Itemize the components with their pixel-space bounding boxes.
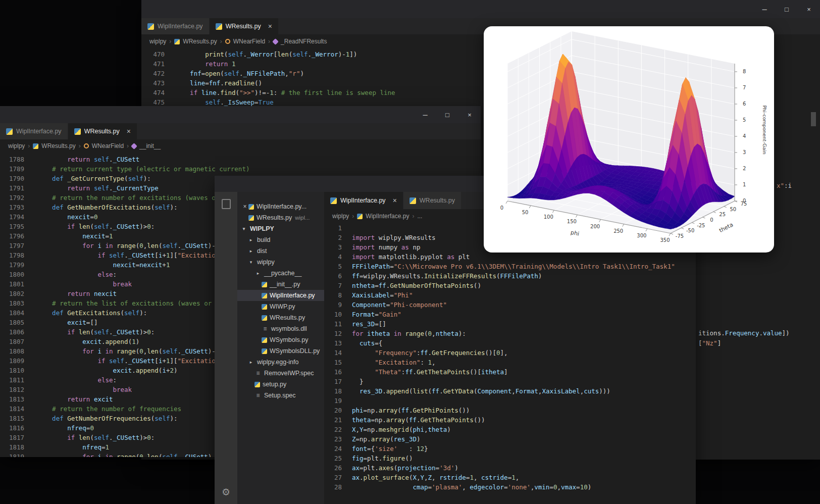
minimize-button[interactable]: ─: [753, 0, 776, 18]
close-icon[interactable]: ×: [127, 127, 131, 135]
close-button[interactable]: ×: [458, 106, 481, 123]
tree-item-label: WiplInterface.py: [270, 292, 315, 299]
svg-text:350: 350: [660, 237, 670, 243]
symbol-class-icon: [84, 143, 89, 148]
python-file-icon: [262, 315, 267, 321]
code-area[interactable]: 12import wiplpy.WResults3import numpy as…: [324, 223, 696, 492]
python-file-icon: [262, 337, 267, 343]
code-editor[interactable]: 12import wiplpy.WResults3import numpy as…: [324, 223, 696, 504]
breadcrumb-item[interactable]: wiplpy: [149, 38, 166, 45]
tree-item-wsymbols-dll[interactable]: ≡wsymbols.dll: [237, 323, 324, 334]
tree-item-wresults-py[interactable]: WResults.py: [237, 312, 324, 323]
python-file-icon: [6, 128, 13, 135]
tree-item-label: dist: [257, 247, 267, 255]
close-icon[interactable]: ×: [393, 196, 397, 205]
tab-wresults[interactable]: WResults.py ×: [68, 123, 137, 139]
tree-item-label: wiplpy: [257, 259, 275, 266]
breadcrumb-item[interactable]: WNearField: [233, 38, 265, 45]
open-editor-label: WResults.py: [257, 214, 292, 221]
tab-label: WiplInterface.py: [340, 197, 386, 204]
tab-wiplinterface[interactable]: WiplInterface.py: [0, 123, 68, 139]
tree-item-wiplinterface-py[interactable]: WiplInterface.py: [237, 290, 324, 301]
tab-wiplinterface[interactable]: WiplInterface.py ×: [324, 192, 403, 209]
open-editor-item[interactable]: ×WiplInterface.py...: [237, 201, 324, 212]
tree-item-wsymbols-py[interactable]: WSymbols.py: [237, 334, 324, 345]
breadcrumb-item[interactable]: WResults.py: [183, 38, 217, 45]
python-file-icon: [254, 382, 260, 387]
tree-item--pycache-[interactable]: ▸__pycache__: [237, 268, 324, 279]
tab-bar: WiplInterface.py WResults.py ×: [0, 123, 481, 139]
code-line: 10Format="Gain": [324, 310, 696, 319]
tree-item-label: WSymbols.py: [270, 336, 308, 343]
code-fragment: ["Nz"]: [698, 338, 721, 348]
file-tree: ▾WIPLPY▸build▸dist▾wiplpy▸__pycache____i…: [237, 223, 324, 401]
open-editor-item[interactable]: WResults.pywipl...: [237, 212, 324, 223]
matplotlib-plot-window[interactable]: 050100150200250300350-75-50-250255075012…: [484, 26, 774, 253]
svg-text:phi: phi: [570, 229, 580, 237]
python-file-icon: [74, 128, 81, 135]
tree-item-wiplpy[interactable]: ▾WIPLPY: [237, 223, 324, 234]
tab-label: WResults.py: [226, 23, 261, 30]
tree-item--init-py[interactable]: __init__.py: [237, 279, 324, 290]
svg-text:4: 4: [743, 133, 746, 139]
tree-item-setup-py[interactable]: setup.py: [237, 379, 324, 390]
close-icon[interactable]: ×: [268, 22, 272, 30]
chevron-down-icon: ▾: [240, 226, 247, 231]
breadcrumb-item[interactable]: WiplInterface.py: [366, 213, 409, 220]
tree-item-wiplpy-egg-info[interactable]: ▸wiplpy.egg-info: [237, 357, 324, 368]
svg-text:50: 50: [730, 207, 736, 212]
title-bar[interactable]: ─ □ ×: [0, 106, 481, 123]
code-line: 12for itheta in range(0,ntheta):: [324, 329, 696, 338]
code-line: 5FFFilePath="C:\\Microwave Pro v6.1\\3DE…: [324, 262, 696, 271]
breadcrumb-item[interactable]: ...: [417, 213, 422, 220]
svg-text:150: 150: [567, 219, 577, 224]
breadcrumb-item[interactable]: wiplpy: [8, 142, 25, 149]
tree-item-label: setup.py: [263, 381, 286, 388]
python-file-icon: [330, 197, 337, 204]
breadcrumb-item[interactable]: WResults.py: [41, 142, 75, 149]
svg-text:0: 0: [743, 198, 746, 204]
tab-wiplinterface[interactable]: WiplInterface.py: [141, 18, 210, 34]
tree-item-label: wsymbols.dll: [271, 325, 307, 332]
tree-item-setup-spec[interactable]: ≡Setup.spec: [237, 390, 324, 401]
tree-item-wsymbolsdll-py[interactable]: WSymbolsDLL.py: [237, 345, 324, 357]
close-button[interactable]: ×: [798, 0, 820, 18]
tree-item-label: build: [257, 236, 270, 243]
tab-wresults[interactable]: WResults.py ×: [210, 18, 279, 34]
minimize-button[interactable]: ─: [414, 106, 436, 123]
svg-text:250: 250: [613, 228, 623, 234]
tree-item-label: WSymbolsDLL.py: [270, 347, 320, 355]
file-icon: ≡: [254, 392, 262, 399]
gear-icon[interactable]: ⚙: [222, 487, 230, 497]
explorer-sidebar: ×WiplInterface.py...WResults.pywipl... ▾…: [237, 192, 324, 504]
tree-item-removeiwp-spec[interactable]: ≡RemoveIWP.spec: [237, 368, 324, 379]
tree-item-build[interactable]: ▸build: [237, 234, 324, 245]
svg-text:50: 50: [522, 210, 529, 215]
explorer-icon[interactable]: [222, 199, 231, 209]
close-icon[interactable]: ×: [241, 203, 248, 210]
breadcrumb-item[interactable]: WNearField: [92, 142, 124, 149]
tree-item-wiplpy[interactable]: ▾wiplpy: [237, 257, 324, 268]
tab-wresults[interactable]: WResults.py: [403, 192, 462, 209]
tree-item-wiwp-py[interactable]: WIWP.py: [237, 301, 324, 312]
breadcrumb-item[interactable]: wiplpy: [332, 213, 349, 220]
python-file-icon: [357, 214, 363, 219]
breadcrumb-item[interactable]: _ReadNFResults: [281, 38, 327, 45]
code-line: 17 }: [324, 377, 696, 386]
maximize-button[interactable]: □: [436, 106, 458, 123]
chevron-right-icon: ›: [28, 142, 30, 149]
python-file-icon: [33, 143, 38, 149]
chevron-right-icon: ›: [169, 38, 171, 45]
code-line: 13 cuts={: [324, 338, 696, 348]
title-bar[interactable]: ─ □ ×: [141, 0, 820, 18]
svg-text:0: 0: [710, 217, 713, 223]
code-line: 19: [324, 396, 696, 406]
scrollbar-thumb[interactable]: [811, 112, 816, 126]
maximize-button[interactable]: □: [776, 0, 798, 18]
breadcrumb-item[interactable]: __init__: [139, 142, 161, 149]
code-line: 7ntheta=ff.GetNumberOfThetaPoints(): [324, 281, 696, 290]
tree-item-dist[interactable]: ▸dist: [237, 245, 324, 257]
code-fragment: x":i: [777, 181, 792, 190]
svg-text:2: 2: [743, 166, 746, 171]
chevron-right-icon: ▸: [247, 248, 254, 254]
